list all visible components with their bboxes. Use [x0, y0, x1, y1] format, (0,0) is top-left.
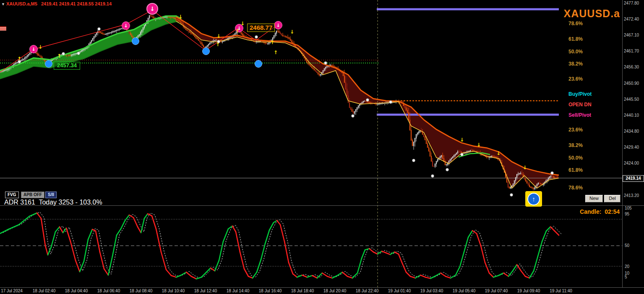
- fib-382-upper: 38.2%: [568, 61, 583, 67]
- price-axis-label: 2456.30: [624, 65, 639, 69]
- osc-axis-label: 5: [625, 275, 627, 279]
- time-axis-label: 18 Jul 02:40: [27, 289, 61, 293]
- time-axis-label: 17 Jul 2024: [0, 289, 29, 293]
- up-arrow-icon: ↑: [527, 193, 540, 205]
- chart-marker-icon: ▼: [1, 2, 5, 6]
- price-axis-label: 2472.40: [624, 17, 639, 21]
- ma-level-label[interactable]: 2457.34: [54, 62, 80, 70]
- fib-618-lower: 61.8%: [568, 167, 583, 173]
- symbol-info: ▼XAUUSD.a,M52419.41 2419.41 2418.55 2419…: [1, 1, 112, 6]
- svg-text:↑: ↑: [270, 39, 274, 45]
- time-axis-divider: [0, 287, 644, 288]
- apb-toggle-button[interactable]: APB OFF: [21, 192, 44, 198]
- indicator-handle-icon: [0, 26, 6, 31]
- time-axis-label: 19 Jul 01:40: [383, 289, 416, 293]
- price-axis-label: 2477.80: [624, 1, 639, 5]
- svg-text:↓: ↓: [31, 47, 35, 52]
- time-axis-label: 19 Jul 03:40: [415, 289, 448, 293]
- fib-786-lower: 78.6%: [568, 185, 583, 191]
- time-axis-label: 18 Jul 06:40: [92, 289, 125, 293]
- fib-500-lower: 50.0%: [568, 155, 583, 161]
- fvg-button[interactable]: FVG: [5, 192, 19, 198]
- symbol-watermark: XAUUSD.a: [564, 8, 620, 20]
- fib-618-upper: 61.8%: [568, 36, 583, 42]
- svg-text:↓: ↓: [290, 29, 294, 35]
- svg-text:↓: ↓: [178, 14, 183, 20]
- candle-countdown: Candle: 02:54: [580, 208, 620, 215]
- current-price-tag: 2419.14: [623, 175, 644, 182]
- osc-axis-label: 95: [625, 212, 629, 216]
- time-axis-label: 19 Jul 09:40: [512, 289, 545, 293]
- svg-text:↓: ↓: [523, 165, 527, 171]
- time-axis-label: 19 Jul 11:40: [544, 289, 578, 293]
- svg-text:↑: ↑: [235, 28, 240, 34]
- svg-text:↑: ↑: [57, 53, 61, 59]
- time-axis-label: 18 Jul 22:40: [350, 289, 384, 293]
- svg-text:↓: ↓: [477, 142, 481, 148]
- svg-text:↓: ↓: [460, 137, 464, 143]
- price-target-label[interactable]: 2468.77: [247, 24, 275, 32]
- ohlc-readout: 2419.41 2419.41 2418.55 2419.14: [41, 1, 112, 6]
- fib-500-upper: 50.0%: [568, 49, 583, 55]
- session-toggle-button[interactable]: S/II: [45, 192, 57, 198]
- sell-pivot-label: Sell/Pivot: [568, 112, 591, 118]
- time-axis-label: 18 Jul 20:40: [318, 289, 352, 293]
- time-axis-label: 18 Jul 14:40: [221, 289, 255, 293]
- time-axis-label: 18 Jul 10:40: [156, 289, 190, 293]
- fib-786-upper: 78.6%: [568, 21, 583, 26]
- osc-axis-label: 105: [625, 206, 632, 210]
- adr-readout: ADR 3161 Today 3253 - 103.0%: [4, 199, 102, 206]
- fib-236-upper: 23.6%: [568, 76, 583, 82]
- time-axis-label: 18 Jul 08:40: [124, 289, 158, 293]
- svg-text:↓: ↓: [150, 5, 155, 12]
- time-axis-label: 18 Jul 12:40: [189, 289, 222, 293]
- price-axis-label: 2450.90: [624, 81, 639, 86]
- time-axis-label: 19 Jul 05:40: [447, 289, 481, 293]
- price-axis-label: 2413.20: [624, 193, 639, 198]
- fib-236-lower: 23.6%: [568, 127, 583, 133]
- time-axis-label: 19 Jul 07:40: [480, 289, 513, 293]
- open-dn-label: OPEN DN: [568, 102, 592, 108]
- buy-signal-icon: ↑: [525, 191, 542, 207]
- price-axis-label: 2445.50: [624, 97, 639, 102]
- osc-axis-label: 50: [625, 243, 629, 248]
- svg-text:↑: ↑: [17, 56, 21, 62]
- fib-382-lower: 38.2%: [568, 142, 583, 148]
- time-axis-label: 18 Jul 04:40: [60, 289, 93, 293]
- buy-pivot-label: Buy/Pivot: [568, 91, 592, 97]
- svg-text:↓: ↓: [124, 23, 128, 29]
- svg-text:↑: ↑: [274, 50, 278, 55]
- time-axis-label: 18 Jul 18:40: [286, 289, 319, 293]
- time-axis-label: 18 Jul 16:40: [253, 289, 287, 293]
- price-axis-label: 2467.10: [624, 33, 639, 37]
- svg-text:↓: ↓: [240, 21, 245, 26]
- svg-text:↑: ↑: [216, 42, 220, 47]
- price-axis-label: 2424.00: [624, 161, 639, 165]
- delete-object-button[interactable]: Del: [604, 195, 621, 202]
- price-axis-label: 2440.10: [624, 113, 639, 118]
- price-scale-divider: [622, 0, 623, 287]
- new-object-button[interactable]: New: [585, 195, 603, 202]
- price-axis-label: 2429.40: [624, 145, 639, 150]
- price-axis-label: 2461.70: [624, 49, 639, 53]
- svg-text:↓: ↓: [276, 23, 280, 28]
- svg-text:↓: ↓: [496, 150, 501, 156]
- osc-axis-label: 20: [625, 264, 629, 269]
- price-axis-label: 2434.80: [624, 129, 639, 134]
- symbol-timeframe: XAUUSD.a,M5: [6, 1, 37, 6]
- mt4-chart-window: ↓↓↓↓↓↑↑↑↑↑↑↓↓↓↓↓↓↓↓↓ ▼XAUUSD.a,M52419.41…: [0, 0, 644, 294]
- svg-text:↓: ↓: [216, 33, 221, 39]
- svg-text:↓: ↓: [38, 44, 42, 50]
- price-chart-canvas[interactable]: ↓↓↓↓↓↑↑↑↑↑↑↓↓↓↓↓↓↓↓↓: [0, 0, 644, 294]
